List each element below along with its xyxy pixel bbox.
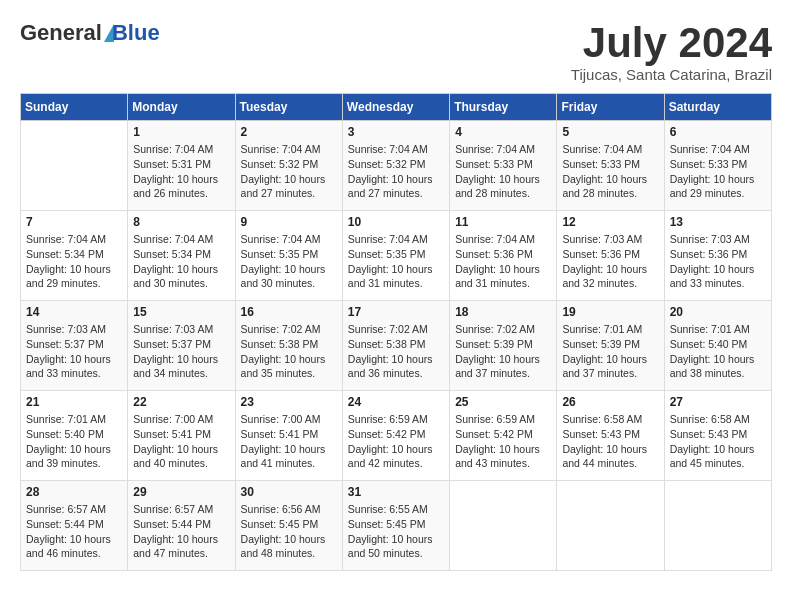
calendar-cell: 9Sunrise: 7:04 AM Sunset: 5:35 PM Daylig…	[235, 211, 342, 301]
calendar-cell: 23Sunrise: 7:00 AM Sunset: 5:41 PM Dayli…	[235, 391, 342, 481]
day-number: 17	[348, 305, 444, 319]
day-info: Sunrise: 7:04 AM Sunset: 5:34 PM Dayligh…	[133, 232, 229, 291]
day-number: 21	[26, 395, 122, 409]
calendar-week-row: 14Sunrise: 7:03 AM Sunset: 5:37 PM Dayli…	[21, 301, 772, 391]
calendar-table: SundayMondayTuesdayWednesdayThursdayFrid…	[20, 93, 772, 571]
day-number: 23	[241, 395, 337, 409]
calendar-cell: 3Sunrise: 7:04 AM Sunset: 5:32 PM Daylig…	[342, 121, 449, 211]
day-number: 18	[455, 305, 551, 319]
day-number: 5	[562, 125, 658, 139]
day-info: Sunrise: 6:57 AM Sunset: 5:44 PM Dayligh…	[26, 502, 122, 561]
calendar-cell	[557, 481, 664, 571]
day-number: 25	[455, 395, 551, 409]
calendar-cell: 13Sunrise: 7:03 AM Sunset: 5:36 PM Dayli…	[664, 211, 771, 301]
calendar-cell: 18Sunrise: 7:02 AM Sunset: 5:39 PM Dayli…	[450, 301, 557, 391]
day-info: Sunrise: 7:03 AM Sunset: 5:36 PM Dayligh…	[670, 232, 766, 291]
day-number: 24	[348, 395, 444, 409]
day-info: Sunrise: 6:55 AM Sunset: 5:45 PM Dayligh…	[348, 502, 444, 561]
location-subtitle: Tijucas, Santa Catarina, Brazil	[571, 66, 772, 83]
calendar-cell: 24Sunrise: 6:59 AM Sunset: 5:42 PM Dayli…	[342, 391, 449, 481]
calendar-header-wednesday: Wednesday	[342, 94, 449, 121]
day-info: Sunrise: 7:04 AM Sunset: 5:34 PM Dayligh…	[26, 232, 122, 291]
day-number: 8	[133, 215, 229, 229]
calendar-cell: 25Sunrise: 6:59 AM Sunset: 5:42 PM Dayli…	[450, 391, 557, 481]
day-info: Sunrise: 7:01 AM Sunset: 5:40 PM Dayligh…	[26, 412, 122, 471]
day-number: 14	[26, 305, 122, 319]
day-info: Sunrise: 7:04 AM Sunset: 5:32 PM Dayligh…	[241, 142, 337, 201]
day-info: Sunrise: 7:04 AM Sunset: 5:31 PM Dayligh…	[133, 142, 229, 201]
calendar-cell: 15Sunrise: 7:03 AM Sunset: 5:37 PM Dayli…	[128, 301, 235, 391]
day-number: 2	[241, 125, 337, 139]
day-info: Sunrise: 6:59 AM Sunset: 5:42 PM Dayligh…	[455, 412, 551, 471]
day-number: 29	[133, 485, 229, 499]
logo: General Blue	[20, 20, 160, 46]
day-number: 26	[562, 395, 658, 409]
day-info: Sunrise: 7:01 AM Sunset: 5:39 PM Dayligh…	[562, 322, 658, 381]
day-info: Sunrise: 7:02 AM Sunset: 5:38 PM Dayligh…	[348, 322, 444, 381]
day-info: Sunrise: 7:00 AM Sunset: 5:41 PM Dayligh…	[241, 412, 337, 471]
day-number: 4	[455, 125, 551, 139]
calendar-cell: 17Sunrise: 7:02 AM Sunset: 5:38 PM Dayli…	[342, 301, 449, 391]
calendar-cell: 11Sunrise: 7:04 AM Sunset: 5:36 PM Dayli…	[450, 211, 557, 301]
calendar-cell: 1Sunrise: 7:04 AM Sunset: 5:31 PM Daylig…	[128, 121, 235, 211]
day-number: 19	[562, 305, 658, 319]
calendar-cell: 14Sunrise: 7:03 AM Sunset: 5:37 PM Dayli…	[21, 301, 128, 391]
day-info: Sunrise: 7:00 AM Sunset: 5:41 PM Dayligh…	[133, 412, 229, 471]
day-number: 22	[133, 395, 229, 409]
logo-general: General	[20, 20, 102, 46]
day-info: Sunrise: 7:04 AM Sunset: 5:33 PM Dayligh…	[670, 142, 766, 201]
logo-blue: Blue	[112, 20, 160, 46]
day-info: Sunrise: 7:03 AM Sunset: 5:36 PM Dayligh…	[562, 232, 658, 291]
day-number: 16	[241, 305, 337, 319]
calendar-cell	[21, 121, 128, 211]
calendar-cell: 12Sunrise: 7:03 AM Sunset: 5:36 PM Dayli…	[557, 211, 664, 301]
day-info: Sunrise: 7:01 AM Sunset: 5:40 PM Dayligh…	[670, 322, 766, 381]
calendar-cell	[450, 481, 557, 571]
day-number: 3	[348, 125, 444, 139]
day-number: 12	[562, 215, 658, 229]
calendar-header-saturday: Saturday	[664, 94, 771, 121]
calendar-header-sunday: Sunday	[21, 94, 128, 121]
calendar-week-row: 21Sunrise: 7:01 AM Sunset: 5:40 PM Dayli…	[21, 391, 772, 481]
calendar-cell: 19Sunrise: 7:01 AM Sunset: 5:39 PM Dayli…	[557, 301, 664, 391]
day-info: Sunrise: 7:03 AM Sunset: 5:37 PM Dayligh…	[133, 322, 229, 381]
calendar-header-friday: Friday	[557, 94, 664, 121]
day-number: 31	[348, 485, 444, 499]
calendar-cell: 5Sunrise: 7:04 AM Sunset: 5:33 PM Daylig…	[557, 121, 664, 211]
day-info: Sunrise: 7:02 AM Sunset: 5:38 PM Dayligh…	[241, 322, 337, 381]
day-info: Sunrise: 6:59 AM Sunset: 5:42 PM Dayligh…	[348, 412, 444, 471]
calendar-cell: 16Sunrise: 7:02 AM Sunset: 5:38 PM Dayli…	[235, 301, 342, 391]
day-number: 30	[241, 485, 337, 499]
day-info: Sunrise: 7:04 AM Sunset: 5:33 PM Dayligh…	[562, 142, 658, 201]
day-number: 20	[670, 305, 766, 319]
calendar-cell: 26Sunrise: 6:58 AM Sunset: 5:43 PM Dayli…	[557, 391, 664, 481]
calendar-cell: 2Sunrise: 7:04 AM Sunset: 5:32 PM Daylig…	[235, 121, 342, 211]
day-info: Sunrise: 7:04 AM Sunset: 5:36 PM Dayligh…	[455, 232, 551, 291]
day-info: Sunrise: 7:03 AM Sunset: 5:37 PM Dayligh…	[26, 322, 122, 381]
day-number: 11	[455, 215, 551, 229]
day-number: 6	[670, 125, 766, 139]
day-number: 9	[241, 215, 337, 229]
calendar-cell: 21Sunrise: 7:01 AM Sunset: 5:40 PM Dayli…	[21, 391, 128, 481]
day-number: 27	[670, 395, 766, 409]
calendar-header-thursday: Thursday	[450, 94, 557, 121]
calendar-cell: 8Sunrise: 7:04 AM Sunset: 5:34 PM Daylig…	[128, 211, 235, 301]
calendar-week-row: 28Sunrise: 6:57 AM Sunset: 5:44 PM Dayli…	[21, 481, 772, 571]
day-info: Sunrise: 7:04 AM Sunset: 5:35 PM Dayligh…	[348, 232, 444, 291]
day-info: Sunrise: 6:58 AM Sunset: 5:43 PM Dayligh…	[670, 412, 766, 471]
day-number: 1	[133, 125, 229, 139]
month-year-title: July 2024	[571, 20, 772, 66]
calendar-cell: 31Sunrise: 6:55 AM Sunset: 5:45 PM Dayli…	[342, 481, 449, 571]
day-info: Sunrise: 6:56 AM Sunset: 5:45 PM Dayligh…	[241, 502, 337, 561]
calendar-cell	[664, 481, 771, 571]
day-number: 15	[133, 305, 229, 319]
day-number: 13	[670, 215, 766, 229]
page-header: General Blue July 2024 Tijucas, Santa Ca…	[20, 20, 772, 83]
day-number: 10	[348, 215, 444, 229]
day-info: Sunrise: 7:04 AM Sunset: 5:32 PM Dayligh…	[348, 142, 444, 201]
calendar-cell: 20Sunrise: 7:01 AM Sunset: 5:40 PM Dayli…	[664, 301, 771, 391]
calendar-header-tuesday: Tuesday	[235, 94, 342, 121]
calendar-cell: 7Sunrise: 7:04 AM Sunset: 5:34 PM Daylig…	[21, 211, 128, 301]
calendar-cell: 29Sunrise: 6:57 AM Sunset: 5:44 PM Dayli…	[128, 481, 235, 571]
calendar-header-row: SundayMondayTuesdayWednesdayThursdayFrid…	[21, 94, 772, 121]
